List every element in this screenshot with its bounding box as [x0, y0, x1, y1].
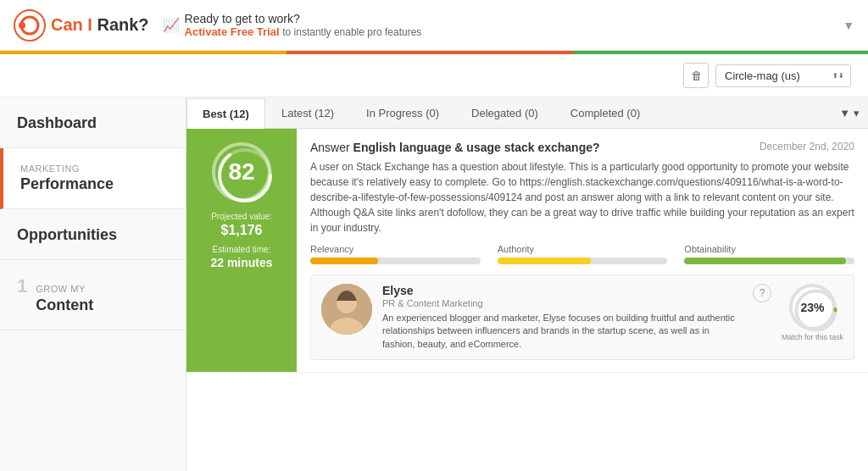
site-selector-bar: 🗑 Circle-mag (us) [0, 54, 868, 97]
step-labels: Grow my Content [36, 282, 93, 314]
score-panel: 82 Projected value: $1,176 Estimated tim… [186, 129, 297, 372]
obtainability-bar [684, 258, 854, 264]
expert-avatar [321, 284, 372, 335]
filter-button[interactable]: ▼ ▾ [839, 107, 868, 119]
task-date: December 2nd, 2020 [760, 141, 854, 152]
grow-my-label: Grow my [36, 284, 86, 294]
estimated-time: 22 minutes [210, 256, 272, 269]
sidebar: Dashboard Marketing Performance Opportun… [0, 97, 186, 471]
logo-text: Can I Rank? [51, 15, 149, 35]
tabs-bar: Best (12) Latest (12) In Progress (0) De… [186, 97, 868, 129]
metric-authority: Authority [498, 244, 668, 264]
expert-name: Elyse [382, 284, 743, 297]
tab-latest-label: Latest (12) [281, 107, 334, 119]
tab-best[interactable]: Best (12) [186, 98, 265, 129]
metric-relevancy: Relevancy [310, 244, 481, 264]
cta-sub-line: Activate Free Trial to instantly enable … [185, 25, 422, 38]
site-selector-wrapper: Circle-mag (us) [715, 64, 851, 87]
score-circle: 82 [212, 142, 271, 202]
tab-in-progress-label: In Progress (0) [366, 107, 439, 119]
metric-obtainability: Obtainability [684, 244, 854, 264]
tab-delegated[interactable]: Delegated (0) [455, 97, 554, 128]
main-layout: Dashboard Marketing Performance Opportun… [0, 97, 868, 471]
sidebar-item-dashboard[interactable]: Dashboard [0, 97, 186, 148]
tab-completed[interactable]: Completed (0) [554, 97, 656, 128]
task-description: A user on Stack Exchange has a question … [310, 159, 854, 236]
step-row: 1 Grow my Content [17, 275, 169, 314]
chart-icon: 📈 [163, 17, 180, 33]
match-ring [793, 287, 839, 334]
task-detail: December 2nd, 2020 Answer English langua… [297, 129, 868, 372]
projected-value-label: Projected value: [211, 212, 272, 221]
task-area: 82 Projected value: $1,176 Estimated tim… [186, 129, 868, 373]
logo: Can I Rank? [14, 9, 149, 42]
expert-bio: An experienced blogger and marketer, Ely… [382, 312, 743, 351]
header-cta: 📈 Ready to get to work? Activate Free Tr… [163, 12, 422, 38]
authority-fill [498, 258, 591, 264]
cta-heading: Ready to get to work? [185, 12, 422, 25]
estimated-time-label: Estimated time: [213, 245, 271, 254]
cta-sub-text: to instantly enable pro features [282, 26, 421, 38]
opportunities-label: Opportunities [17, 226, 169, 244]
filter-icon: ▼ [839, 107, 850, 119]
filter-arrow: ▾ [854, 107, 860, 119]
logo-icon [14, 9, 46, 42]
header-cta-content: Ready to get to work? Activate Free Tria… [185, 12, 422, 38]
performance-label: Performance [20, 175, 169, 193]
step-number: 1 [17, 275, 27, 297]
tab-latest[interactable]: Latest (12) [265, 97, 350, 128]
obtainability-label: Obtainability [684, 244, 854, 254]
site-selector[interactable]: Circle-mag (us) [715, 64, 851, 87]
score-value: 82 [228, 158, 254, 186]
relevancy-bar [310, 258, 481, 264]
tab-in-progress[interactable]: In Progress (0) [350, 97, 455, 128]
performance-sub: Marketing [20, 163, 169, 174]
content-label: Content [36, 296, 93, 314]
relevancy-fill [310, 258, 378, 264]
match-label: Match for this task [782, 333, 843, 341]
help-icon[interactable]: ? [753, 284, 771, 302]
tab-completed-label: Completed (0) [570, 107, 640, 119]
obtainability-fill [684, 258, 846, 264]
sidebar-item-opportunities[interactable]: Opportunities [0, 209, 186, 260]
metrics: Relevancy Authority Obtain [310, 244, 854, 264]
activate-trial-link[interactable]: Activate Free Trial [185, 25, 280, 38]
task-title-text: English language & usage stack exchange? [353, 141, 600, 154]
header-chevron-icon[interactable]: ▼ [843, 19, 854, 32]
authority-bar [498, 258, 668, 264]
task-action: Answer [310, 141, 350, 154]
task-card: 82 Projected value: $1,176 Estimated tim… [186, 129, 868, 373]
svg-point-2 [19, 22, 25, 29]
expert-match: 23% Match for this task [782, 284, 843, 341]
authority-label: Authority [498, 244, 668, 254]
dashboard-label: Dashboard [17, 114, 169, 132]
header-right: ▼ [843, 19, 854, 32]
sidebar-item-content[interactable]: 1 Grow my Content [0, 260, 186, 330]
expert-role: PR & Content Marketing [382, 298, 743, 308]
avatar-image [321, 284, 372, 335]
header: Can I Rank? 📈 Ready to get to work? Acti… [0, 0, 868, 51]
sidebar-item-performance[interactable]: Marketing Performance [0, 148, 186, 209]
tab-best-label: Best (12) [203, 108, 249, 120]
delete-site-button[interactable]: 🗑 [683, 63, 709, 88]
expert-card: Elyse PR & Content Marketing An experien… [310, 274, 854, 360]
expert-info: Elyse PR & Content Marketing An experien… [382, 284, 743, 351]
match-circle: 23% [789, 284, 836, 330]
projected-value: $1,176 [221, 223, 263, 238]
relevancy-label: Relevancy [310, 244, 481, 254]
svg-point-8 [796, 291, 835, 330]
task-title: December 2nd, 2020 Answer English langua… [310, 141, 854, 154]
content-area: Best (12) Latest (12) In Progress (0) De… [186, 97, 868, 471]
trash-icon: 🗑 [691, 69, 702, 82]
header-left: Can I Rank? 📈 Ready to get to work? Acti… [14, 9, 421, 42]
tab-delegated-label: Delegated (0) [471, 107, 538, 119]
